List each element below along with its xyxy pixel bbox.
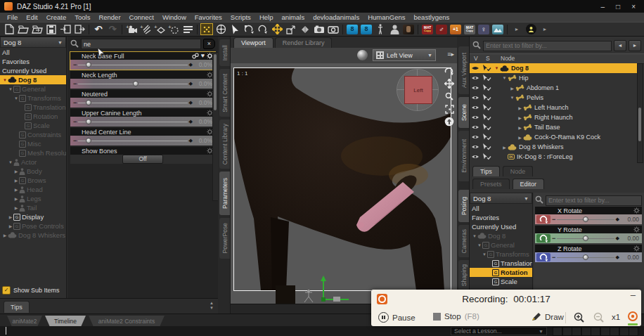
create-camera-icon[interactable]: + <box>124 23 139 35</box>
posing-group-scale[interactable]: GScale <box>470 277 532 286</box>
scene-scrollbar[interactable] <box>637 63 643 163</box>
slider-increment[interactable]: ◆ <box>616 235 619 241</box>
more-arrow-2-icon[interactable]: ► <box>538 23 552 35</box>
slider-decrement[interactable]: − <box>73 118 77 125</box>
param-toggle-show-bones[interactable]: Show Bones Off <box>70 147 215 164</box>
slider-track[interactable] <box>557 235 614 241</box>
param-slider-upper-canine-length[interactable]: Upper Canine Length − ◆ 0.0% <box>70 109 215 127</box>
scene-node-cock-o-rama-k9-cock[interactable]: ▶ Cock-O-Rama K9 Cock <box>470 132 638 142</box>
view-cube-face[interactable]: Left <box>404 76 432 104</box>
tab-viewport[interactable]: Viewport <box>233 37 273 48</box>
selectable-cursor-icon[interactable] <box>481 84 494 91</box>
menu-create[interactable]: Create <box>42 13 71 21</box>
selectable-cursor-icon[interactable] <box>481 143 494 150</box>
menu-beastlygens[interactable]: beastlygens <box>410 13 454 21</box>
slider-decrement[interactable]: − <box>73 61 77 68</box>
mat-copy-red-icon[interactable]: MATCopy <box>420 23 434 35</box>
undo-icon[interactable]: ↶ <box>91 23 105 35</box>
import-folder-icon[interactable] <box>30 23 44 35</box>
dock-tab-parameters[interactable]: Parameters <box>219 172 230 215</box>
slider-track[interactable] <box>78 119 187 124</box>
pause-button[interactable]: Pause <box>378 312 416 323</box>
timeline-transport-button[interactable] <box>572 327 581 336</box>
visibility-eye-icon[interactable] <box>470 144 481 150</box>
maximize-button[interactable]: □ <box>616 3 620 11</box>
slider-track[interactable] <box>557 217 614 222</box>
menu-connect[interactable]: Connect <box>125 13 158 21</box>
selectable-cursor-icon[interactable] <box>481 114 494 121</box>
posing-group-translation[interactable]: GTranslation <box>470 259 532 268</box>
dock-tab-shaping[interactable]: Shaping <box>458 260 469 291</box>
orbit-icon[interactable] <box>444 66 455 76</box>
scene-node-hip[interactable]: ▼ Hip <box>470 73 638 83</box>
scene-node-tail-base[interactable]: ▶ Tail Base <box>470 122 638 132</box>
timeline-transport-button[interactable] <box>581 327 591 336</box>
menu-scripts[interactable]: Scripts <box>226 13 255 21</box>
param-group-body[interactable]: ▶Body <box>0 167 66 176</box>
scene-node-pelvis[interactable]: ▼ Pelvis <box>470 93 638 103</box>
menu-file[interactable]: File <box>3 13 22 21</box>
posing-group-dog-8[interactable]: ▼Dog 8 <box>470 231 532 240</box>
slider-decrement[interactable]: − <box>73 80 77 87</box>
slider-track[interactable] <box>78 100 187 105</box>
visibility-eye-icon[interactable] <box>470 95 481 101</box>
create-primitive-icon[interactable]: + <box>153 23 167 35</box>
dock-tab-smart-content[interactable]: Smart Content <box>219 69 230 117</box>
twist-tool-icon[interactable] <box>256 23 270 35</box>
param-group-actor[interactable]: ▼Actor <box>0 157 66 167</box>
clear-search-button[interactable]: × <box>203 39 215 49</box>
selectable-cursor-icon[interactable] <box>481 124 494 131</box>
slider-increment[interactable]: ◆ <box>189 81 193 86</box>
posing-group-favorites[interactable]: Favorites <box>470 213 532 222</box>
posing-group-transforms[interactable]: ▼GTransforms <box>470 250 532 259</box>
param-group-translation[interactable]: GTranslation <box>0 103 66 112</box>
redo-icon[interactable]: ↷ <box>105 23 120 35</box>
timeline-transport-button[interactable] <box>562 327 572 336</box>
param-slider-neck-length[interactable]: Neck Length − ◆ 0.0% <box>70 71 215 89</box>
slider-z-rotate[interactable]: Z Rotate − ◆ 0.00 <box>535 245 642 262</box>
dock-tab-scene[interactable]: Scene <box>458 97 469 128</box>
slider-increment[interactable]: ◆ <box>189 62 193 67</box>
create-light-icon[interactable]: + <box>139 23 153 35</box>
zoom-in-button[interactable] <box>574 312 585 323</box>
scene-node-dog-8[interactable]: ▼ Dog 8 <box>470 63 638 73</box>
param-group-favorites[interactable]: Favorites <box>0 57 66 66</box>
param-group-dog-8[interactable]: ▼Dog 8 <box>0 75 66 84</box>
timeline-transport-button[interactable] <box>610 327 619 336</box>
surface-tool-icon[interactable] <box>298 23 312 35</box>
posing-group-currently-used[interactable]: Currently Used <box>470 222 532 231</box>
param-group-transforms[interactable]: ▼GTransforms <box>0 93 66 103</box>
node-selection-tool-icon[interactable] <box>200 23 214 35</box>
scope-dropdown[interactable]: Dog 8 ▼ <box>0 37 66 48</box>
param-group-all[interactable]: All <box>0 48 66 57</box>
pane-menu-icon[interactable]: ≡▸ <box>447 51 454 58</box>
param-group-misc[interactable]: GMisc <box>0 139 66 148</box>
actor-thumb-icon[interactable] <box>401 23 416 35</box>
slider-increment[interactable]: ◆ <box>616 254 619 260</box>
slider-track[interactable] <box>78 81 187 86</box>
tab-render-library[interactable]: Render Library <box>275 37 333 48</box>
scene-node-dog-8-whiskers[interactable]: ▶ Dog 8 Whiskers <box>470 142 638 152</box>
tab-timeline[interactable]: Timeline <box>45 316 86 327</box>
param-slider-neutered[interactable]: Neutered − ◆ 0.0% <box>70 90 215 108</box>
open-file-icon[interactable] <box>16 23 30 35</box>
visibility-eye-icon[interactable] <box>470 154 481 160</box>
home-icon[interactable] <box>444 117 455 127</box>
slider-increment[interactable]: ◆ <box>616 217 619 222</box>
tab-node[interactable]: Node <box>503 166 534 176</box>
param-group-scale[interactable]: GScale <box>0 121 66 130</box>
slider-increment[interactable]: ◆ <box>189 119 193 124</box>
filter-next-button[interactable]: ► <box>629 40 641 51</box>
scenery-thumb-icon[interactable] <box>491 23 505 35</box>
figure-bust-icon[interactable] <box>387 23 401 35</box>
tab-tips-left[interactable]: Tips <box>4 301 30 313</box>
visibility-eye-icon[interactable] <box>470 85 481 91</box>
visibility-eye-icon[interactable] <box>470 75 481 81</box>
scene-node-ik-dog-8-rforeleg[interactable]: IKIK-Dog 8 : rForeLeg <box>470 152 638 162</box>
new-file-icon[interactable] <box>2 23 16 35</box>
brand-badge-icon[interactable] <box>524 23 538 35</box>
dock-tab-install[interactable]: Install <box>219 39 230 66</box>
slider-y-rotate[interactable]: Y Rotate − ◆ 0.00 <box>535 226 642 243</box>
webcam-button[interactable] <box>627 311 638 323</box>
param-group-head[interactable]: ▶Head <box>0 185 66 194</box>
